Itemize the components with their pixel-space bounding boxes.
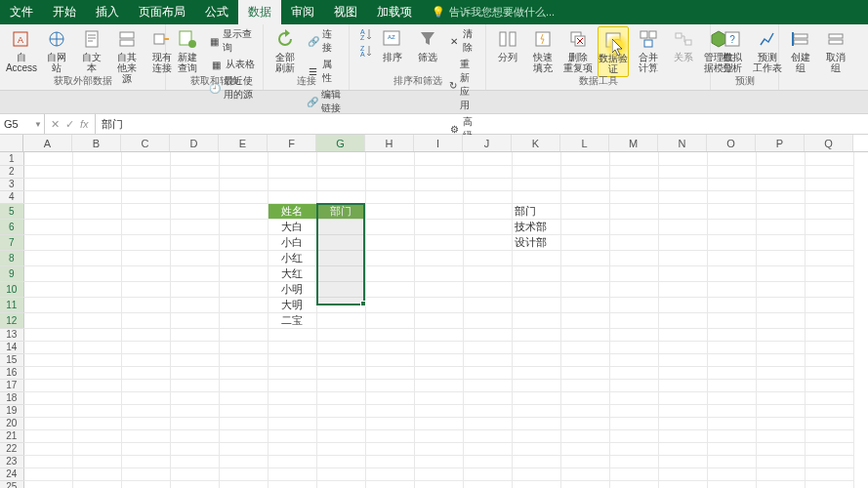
cell-Q4[interactable] bbox=[805, 190, 853, 203]
cell-B1[interactable] bbox=[72, 152, 121, 165]
cell-C23[interactable] bbox=[121, 455, 170, 468]
cell-J22[interactable] bbox=[463, 442, 512, 455]
cell-N2[interactable] bbox=[658, 165, 707, 178]
cell-E16[interactable] bbox=[219, 366, 268, 379]
cell-D16[interactable] bbox=[170, 366, 219, 379]
cell-F20[interactable] bbox=[268, 417, 316, 429]
cell-B19[interactable] bbox=[72, 404, 121, 417]
cell-H15[interactable] bbox=[365, 353, 414, 366]
from-access-button[interactable]: A自 Access bbox=[6, 26, 37, 75]
cell-B16[interactable] bbox=[72, 366, 121, 379]
cell-J3[interactable] bbox=[463, 178, 512, 190]
cell-M12[interactable] bbox=[609, 312, 658, 328]
cell-A9[interactable] bbox=[23, 265, 72, 281]
cell-K20[interactable] bbox=[512, 417, 560, 429]
cell-F4[interactable] bbox=[268, 190, 316, 203]
cell-L5[interactable] bbox=[560, 203, 609, 219]
cell-P24[interactable] bbox=[756, 468, 805, 480]
cell-G7[interactable] bbox=[316, 234, 365, 250]
cell-I15[interactable] bbox=[414, 353, 463, 366]
cell-B15[interactable] bbox=[72, 353, 121, 366]
col-header-C[interactable]: C bbox=[121, 135, 170, 151]
cell-F19[interactable] bbox=[268, 404, 316, 417]
cell-A2[interactable] bbox=[23, 165, 72, 178]
cell-O14[interactable] bbox=[707, 341, 756, 353]
cell-N5[interactable] bbox=[658, 203, 707, 219]
grid-body[interactable]: 12345姓名部门部门6大白技术部7小白设计部8小红9大红10小明11大明12二… bbox=[0, 152, 868, 488]
cell-M18[interactable] bbox=[609, 391, 658, 404]
cell-A18[interactable] bbox=[23, 391, 72, 404]
cell-Q12[interactable] bbox=[805, 312, 853, 328]
cell-K22[interactable] bbox=[512, 442, 560, 455]
cell-M5[interactable] bbox=[609, 203, 658, 219]
show-queries-button[interactable]: ▦显示查询 bbox=[207, 26, 257, 56]
cell-A23[interactable] bbox=[23, 455, 72, 468]
cell-L11[interactable] bbox=[560, 297, 609, 312]
cell-I21[interactable] bbox=[414, 429, 463, 442]
cell-K3[interactable] bbox=[512, 178, 560, 190]
col-header-A[interactable]: A bbox=[23, 135, 72, 151]
sort-button[interactable]: AZ排序 bbox=[377, 26, 408, 64]
cell-C2[interactable] bbox=[121, 165, 170, 178]
cell-H18[interactable] bbox=[365, 391, 414, 404]
cell-J15[interactable] bbox=[463, 353, 512, 366]
cell-I14[interactable] bbox=[414, 341, 463, 353]
cell-E2[interactable] bbox=[219, 165, 268, 178]
cell-B4[interactable] bbox=[72, 190, 121, 203]
cell-H2[interactable] bbox=[365, 165, 414, 178]
cell-H4[interactable] bbox=[365, 190, 414, 203]
cell-L23[interactable] bbox=[560, 455, 609, 468]
cell-M9[interactable] bbox=[609, 265, 658, 281]
cell-C25[interactable] bbox=[121, 480, 170, 488]
cell-H9[interactable] bbox=[365, 265, 414, 281]
cell-D4[interactable] bbox=[170, 190, 219, 203]
cell-G24[interactable] bbox=[316, 468, 365, 480]
cell-K8[interactable] bbox=[512, 250, 560, 265]
cell-M22[interactable] bbox=[609, 442, 658, 455]
cell-P22[interactable] bbox=[756, 442, 805, 455]
cell-H13[interactable] bbox=[365, 328, 414, 341]
cell-E4[interactable] bbox=[219, 190, 268, 203]
cell-B17[interactable] bbox=[72, 379, 121, 391]
cell-I18[interactable] bbox=[414, 391, 463, 404]
cell-L4[interactable] bbox=[560, 190, 609, 203]
cell-B3[interactable] bbox=[72, 178, 121, 190]
consolidate-button[interactable]: 合并计算 bbox=[633, 26, 664, 75]
cell-B6[interactable] bbox=[72, 219, 121, 234]
cell-O22[interactable] bbox=[707, 442, 756, 455]
remove-duplicates-button[interactable]: 删除 重复项 bbox=[562, 26, 594, 75]
cell-H23[interactable] bbox=[365, 455, 414, 468]
cell-L3[interactable] bbox=[560, 178, 609, 190]
tab-layout[interactable]: 页面布局 bbox=[129, 0, 195, 24]
cell-M3[interactable] bbox=[609, 178, 658, 190]
cell-O3[interactable] bbox=[707, 178, 756, 190]
col-header-F[interactable]: F bbox=[268, 135, 316, 151]
cell-D13[interactable] bbox=[170, 328, 219, 341]
cell-C18[interactable] bbox=[121, 391, 170, 404]
cell-D19[interactable] bbox=[170, 404, 219, 417]
cell-E19[interactable] bbox=[219, 404, 268, 417]
cell-A7[interactable] bbox=[23, 234, 72, 250]
cell-E8[interactable] bbox=[219, 250, 268, 265]
cell-O17[interactable] bbox=[707, 379, 756, 391]
cancel-icon[interactable]: ✕ bbox=[51, 118, 60, 131]
cell-I24[interactable] bbox=[414, 468, 463, 480]
cell-B18[interactable] bbox=[72, 391, 121, 404]
col-header-O[interactable]: O bbox=[707, 135, 756, 151]
col-header-Q[interactable]: Q bbox=[805, 135, 853, 151]
cell-O4[interactable] bbox=[707, 190, 756, 203]
row-header-1[interactable]: 1 bbox=[0, 152, 23, 165]
cell-F25[interactable] bbox=[268, 480, 316, 488]
row-header-24[interactable]: 24 bbox=[0, 468, 23, 480]
cell-P23[interactable] bbox=[756, 455, 805, 468]
cell-I2[interactable] bbox=[414, 165, 463, 178]
cell-L10[interactable] bbox=[560, 281, 609, 297]
cell-B7[interactable] bbox=[72, 234, 121, 250]
cell-A21[interactable] bbox=[23, 429, 72, 442]
cell-M6[interactable] bbox=[609, 219, 658, 234]
cell-E1[interactable] bbox=[219, 152, 268, 165]
cell-F12[interactable]: 二宝 bbox=[268, 312, 316, 328]
cell-J4[interactable] bbox=[463, 190, 512, 203]
cell-N1[interactable] bbox=[658, 152, 707, 165]
cell-C6[interactable] bbox=[121, 219, 170, 234]
